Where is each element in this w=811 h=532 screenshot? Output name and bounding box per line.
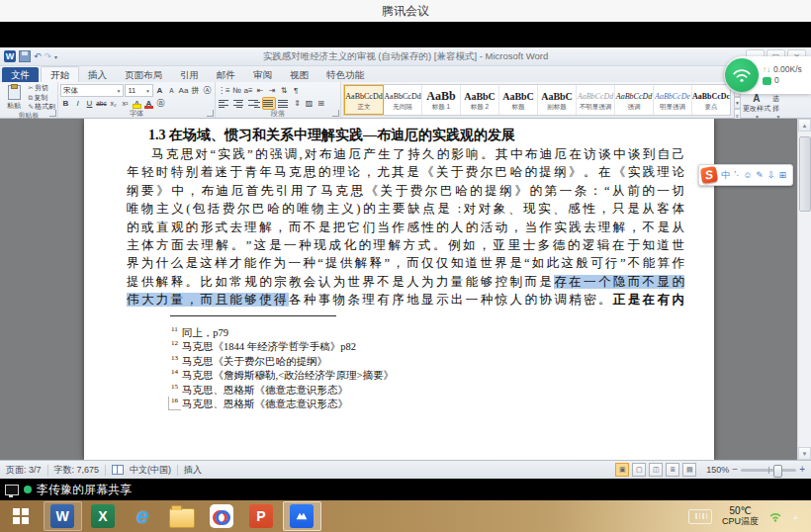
tab-references[interactable]: 引用 <box>171 67 208 82</box>
chinese-mode-icon[interactable]: 中 <box>721 170 730 180</box>
grow-font-button[interactable]: A <box>154 85 165 96</box>
sogou-logo-icon[interactable]: S <box>700 166 718 184</box>
punctuation-icon[interactable]: ʼ· <box>734 170 739 180</box>
style-no-spacing[interactable]: AaBbCcDd 无间隔 <box>384 85 422 115</box>
sogou-input-bar[interactable]: S 中 ʼ· ☺ ✎ ⇩ ⊞ <box>698 164 793 186</box>
tab-page-layout[interactable]: 页面布局 <box>116 67 171 82</box>
taskbar-item-word[interactable]: W <box>44 501 82 531</box>
copy-button[interactable]: ⧉复制 <box>29 94 55 103</box>
taskbar-item-excel[interactable]: X <box>85 502 122 530</box>
taskbar-item-meeting[interactable] <box>283 501 321 531</box>
emoji-icon[interactable]: ☺ <box>743 170 752 180</box>
zoom-slider-thumb[interactable] <box>773 465 782 478</box>
sort-icon[interactable]: ⇅ <box>279 85 290 96</box>
zoom-in-button[interactable]: + <box>799 465 805 475</box>
zoom-out-button[interactable]: − <box>732 465 738 475</box>
draft-view-button[interactable]: ▤ <box>682 463 696 477</box>
network-status-overlay[interactable]: ↑↓0.00K/s 0 <box>724 56 811 94</box>
italic-button[interactable]: I <box>72 98 83 109</box>
scrollbar-thumb[interactable] <box>799 136 811 212</box>
scroll-up-icon[interactable]: ▲ <box>798 119 811 132</box>
multilevel-list-icon[interactable]: a≡ <box>243 85 254 96</box>
decrease-indent-icon[interactable]: ⇤ <box>255 85 266 96</box>
style-emphasis[interactable]: AaBbCcDd 强调 <box>615 85 654 115</box>
bullets-icon[interactable]: ⋮≡ <box>218 85 230 96</box>
page-indicator[interactable]: 页面: 3/7 <box>6 464 42 477</box>
qat-dropdown-icon[interactable]: ▾ <box>54 53 57 60</box>
phonetic-guide-button[interactable]: 拼 <box>190 85 201 96</box>
pen-icon[interactable]: ✎ <box>756 170 764 180</box>
outline-view-button[interactable]: ≣ <box>666 463 679 477</box>
clipboard-dialog-launcher[interactable] <box>49 110 56 117</box>
style-subtitle[interactable]: AaBbC 副标题 <box>538 85 577 115</box>
touch-keyboard-icon[interactable] <box>688 509 712 524</box>
redo-icon[interactable]: ↷ <box>45 51 52 61</box>
borders-icon[interactable]: ⊞ <box>315 98 326 109</box>
text-highlight-button[interactable]: A <box>132 98 142 109</box>
justify-button[interactable] <box>262 97 276 111</box>
style-intense-emphasis[interactable]: AaBbCcDe 明显强调 <box>654 85 692 115</box>
wifi-icon[interactable] <box>725 58 759 92</box>
toolbox-icon[interactable]: ⊞ <box>778 170 786 180</box>
vertical-scrollbar[interactable]: ▲ ▼ <box>797 119 811 460</box>
document-page[interactable]: 1.3 在场域、惯习和关系中理解实践—布迪厄的实践观的发展 马克思对“实践”的强… <box>84 119 714 460</box>
align-center-button[interactable] <box>232 97 246 110</box>
taskbar-item-rings-app[interactable] <box>204 502 240 530</box>
style-heading2[interactable]: AaBbC 标题 2 <box>461 85 499 115</box>
web-layout-view-button[interactable]: ◫ <box>649 463 663 477</box>
paragraph-dialog-launcher[interactable] <box>332 110 339 117</box>
paste-button[interactable]: 粘贴 <box>2 84 27 112</box>
font-dialog-launcher[interactable] <box>207 110 214 117</box>
numbering-icon[interactable]: № <box>231 85 242 96</box>
tab-file[interactable]: 文件 <box>2 67 39 82</box>
superscript-button[interactable]: x² <box>120 98 131 109</box>
font-color-button[interactable]: A <box>143 98 154 109</box>
zoom-slider[interactable] <box>741 469 796 472</box>
proofing-icon[interactable] <box>112 465 124 475</box>
language-indicator[interactable]: 中文(中国) <box>130 464 171 477</box>
font-family-select[interactable]: 宋体▼ <box>60 84 124 97</box>
keyboard-down-icon[interactable]: ⇩ <box>767 170 775 180</box>
character-border-button[interactable]: Ⓐ <box>202 85 213 96</box>
gallery-down-icon[interactable]: ▼ <box>734 97 741 110</box>
style-strong[interactable]: AaBbCcDc 要点 <box>692 85 730 115</box>
shading-icon[interactable]: ▨ <box>304 98 315 109</box>
save-icon[interactable] <box>19 50 31 62</box>
shrink-font-button[interactable]: A <box>166 85 177 96</box>
taskbar-item-powerpoint[interactable]: P <box>243 502 280 530</box>
insert-mode[interactable]: 插入 <box>184 464 202 477</box>
zoom-level[interactable]: 150% <box>706 465 729 475</box>
bold-button[interactable]: B <box>60 98 71 109</box>
pilcrow-icon[interactable]: ¶ <box>291 85 302 96</box>
fullscreen-view-button[interactable]: ▢ <box>632 463 646 477</box>
taskbar-item-ie[interactable]: e <box>125 502 161 530</box>
tab-review[interactable]: 审阅 <box>244 67 281 82</box>
style-title[interactable]: AaBbC 标题 <box>499 85 538 115</box>
character-shading-button[interactable]: ⓐ <box>155 98 166 109</box>
scroll-down-icon[interactable]: ▼ <box>798 447 811 460</box>
print-layout-view-button[interactable]: ▣ <box>615 463 629 477</box>
start-button[interactable] <box>0 500 42 532</box>
tray-wifi-icon[interactable] <box>768 511 782 522</box>
align-right-button[interactable] <box>247 97 261 110</box>
tab-insert[interactable]: 插入 <box>79 67 116 82</box>
change-case-button[interactable]: Aa <box>178 85 189 96</box>
tab-mailings[interactable]: 邮件 <box>208 67 244 82</box>
style-normal[interactable]: AaBbCcDd 正文 <box>344 85 384 115</box>
taskbar-item-explorer[interactable] <box>164 502 201 530</box>
cut-button[interactable]: ✂剪切 <box>29 84 55 93</box>
style-subtle-emphasis[interactable]: AaBbCcDd 不明显强调 <box>577 85 615 115</box>
style-heading1[interactable]: AaBb 标题 1 <box>422 85 461 115</box>
underline-button[interactable]: U <box>84 98 95 109</box>
font-size-select[interactable]: 11▼ <box>125 84 153 97</box>
tab-view[interactable]: 视图 <box>281 67 317 82</box>
word-app-icon[interactable]: W <box>4 50 16 62</box>
word-count[interactable]: 字数: 7,675 <box>54 464 100 477</box>
tab-home[interactable]: 开始 <box>41 66 79 82</box>
distribute-button[interactable] <box>277 97 291 110</box>
line-spacing-icon[interactable]: ⇕ <box>292 98 303 109</box>
undo-icon[interactable]: ↶ <box>34 51 42 61</box>
tray-expand-icon[interactable]: ▲ <box>792 513 799 520</box>
tab-special-features[interactable]: 特色功能 <box>317 67 373 82</box>
subscript-button[interactable]: x₂ <box>108 98 119 109</box>
